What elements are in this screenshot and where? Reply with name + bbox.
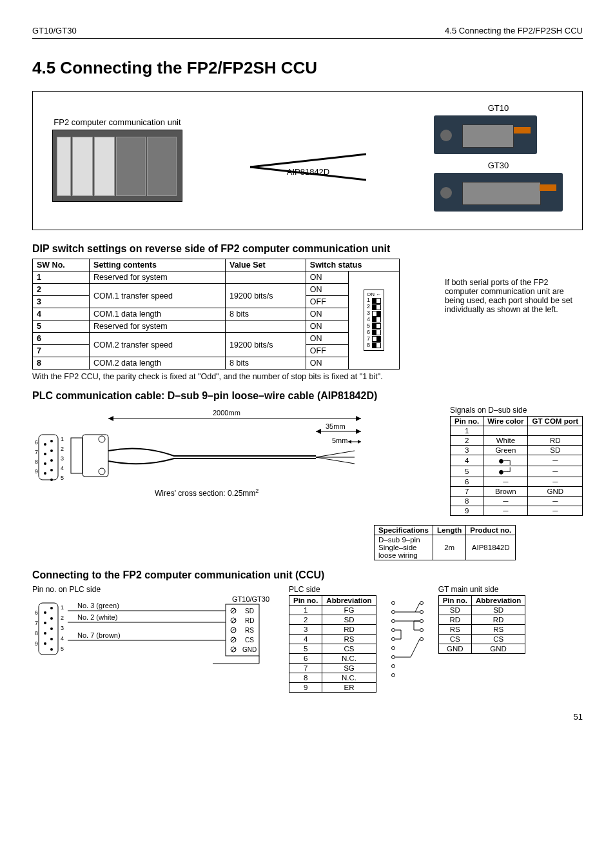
svg-point-93 — [420, 611, 423, 614]
dip-cell: Reserved for system — [90, 271, 226, 284]
table-row: 1FG — [289, 606, 376, 615]
plc-pin-label: Pin no. on PLC side — [32, 585, 277, 594]
header-right: 4.5 Connecting the FP2/FP2SH CCU — [445, 26, 583, 35]
svg-point-24 — [99, 468, 105, 475]
dip-cell: COM.1 data length — [90, 308, 226, 321]
svg-point-53 — [44, 622, 46, 624]
plc-side-table: Pin no.Abbreviation 1FG 2SD 3RD 4RS 5CS … — [289, 595, 376, 693]
svg-point-58 — [50, 638, 53, 640]
svg-line-82 — [231, 647, 235, 651]
gt-side-table: Pin no.Abbreviation SDSD RDRD RSRS CSCS … — [438, 595, 526, 654]
dip-cell: 4 — [37, 310, 41, 319]
svg-text:1: 1 — [61, 604, 64, 611]
svg-point-18 — [44, 472, 46, 475]
svg-point-51 — [44, 611, 46, 614]
dip-cell: 3 — [37, 297, 41, 306]
table-row: 7SG — [289, 664, 376, 673]
dip-cell: COM.2 data length — [90, 357, 226, 370]
dip-cell: 19200 bits/s — [226, 333, 306, 357]
svg-text:1: 1 — [61, 436, 64, 442]
svg-rect-21 — [71, 438, 83, 473]
table-row: 5CS — [289, 644, 376, 654]
svg-line-0 — [250, 154, 366, 167]
dip-cell: 2 — [37, 285, 41, 294]
svg-text:7: 7 — [35, 449, 38, 455]
svg-point-87 — [391, 638, 395, 641]
table-row: RDRD — [438, 615, 525, 625]
svg-point-16 — [44, 462, 46, 465]
svg-point-15 — [50, 449, 53, 452]
dip-cell: 8 bits — [226, 308, 306, 321]
table-row: GNDGND — [438, 644, 525, 654]
svg-point-52 — [50, 607, 53, 609]
dip-cell: OFF — [306, 296, 348, 308]
svg-line-27 — [316, 457, 355, 464]
dip-cell: 7 — [37, 346, 41, 355]
page-title: 4.5 Connecting the FP2/FP2SH CCU — [32, 58, 583, 78]
svg-text:2: 2 — [61, 615, 64, 621]
header-left: GT10/GT30 — [32, 26, 77, 35]
dip-col-swno: SW No. — [33, 259, 90, 271]
svg-point-14 — [44, 453, 46, 455]
table-row: 1 Reserved for system ON ON ← 1 2 3 4 5 … — [33, 271, 400, 284]
svg-text:5: 5 — [61, 646, 64, 652]
table-row: 1 — [450, 426, 582, 436]
svg-point-85 — [391, 620, 395, 623]
svg-point-12 — [44, 443, 46, 446]
plc-connection-drawing: 6 7 8 9 1 2 3 4 5 No. 3 (green) No. 2 (w… — [32, 597, 277, 667]
gt10-graphic — [434, 115, 537, 154]
dip-cell: ON — [306, 308, 348, 321]
table-row: 9ER — [289, 683, 376, 693]
svg-text:No. 2 (white): No. 2 (white) — [77, 613, 117, 621]
svg-text:8: 8 — [35, 630, 38, 636]
svg-text:5: 5 — [61, 475, 64, 481]
svg-point-88 — [391, 647, 395, 650]
svg-point-54 — [50, 617, 53, 620]
svg-point-96 — [420, 638, 423, 641]
svg-point-90 — [391, 665, 395, 668]
dip-cell: COM.1 transfer speed — [90, 284, 226, 308]
svg-point-91 — [391, 674, 395, 677]
svg-text:RS: RS — [245, 627, 254, 634]
svg-text:35mm: 35mm — [326, 422, 346, 430]
gt-side-title: GT main unit side — [438, 585, 526, 594]
svg-rect-2 — [39, 435, 58, 480]
table-row: 8 COM.2 data length 8 bits ON — [33, 357, 400, 370]
svg-marker-29 — [108, 416, 113, 421]
svg-point-89 — [391, 656, 395, 659]
table-row: 6── — [450, 477, 582, 487]
specs-header: Length — [433, 526, 465, 535]
svg-point-20 — [50, 478, 53, 481]
svg-line-74 — [231, 609, 235, 613]
dip-switch-table: SW No. Setting contents Value Set Switch… — [32, 259, 400, 370]
table-row: 2WhiteRD — [450, 436, 582, 446]
table-row: 6N.C. — [289, 654, 376, 664]
svg-point-55 — [44, 632, 46, 635]
specs-table: Specifications Length Product no. D–sub … — [374, 525, 516, 560]
dip-footnote: With the FP2 CCU, the parity check is fi… — [32, 372, 583, 381]
dip-cell: 6 — [37, 334, 41, 343]
table-row: 6 COM.2 transfer speed 19200 bits/s ON — [33, 333, 400, 345]
dip-col-value: Value Set — [226, 259, 306, 271]
dip-note: If both serial ports of the FP2 computer… — [445, 259, 580, 314]
dip-cell: 1 — [37, 273, 41, 282]
svg-point-57 — [44, 642, 46, 645]
svg-point-56 — [50, 627, 53, 630]
plc-side-title: PLC side — [289, 585, 376, 594]
svg-point-83 — [391, 602, 395, 605]
dip-heading: DIP switch settings on reverse side of F… — [32, 243, 583, 255]
svg-line-76 — [231, 618, 235, 622]
svg-text:No. 3 (green): No. 3 (green) — [77, 602, 119, 609]
dip-cell: 8 — [37, 359, 41, 368]
svg-point-59 — [50, 648, 53, 651]
gt30-label: GT30 — [434, 161, 563, 170]
dip-cell — [226, 271, 306, 284]
dip-cell: ON — [306, 333, 348, 345]
cable-drawing: 6 7 8 9 1 2 3 4 5 — [32, 406, 367, 502]
table-row: 9── — [450, 506, 582, 516]
table-row: 3GreenSD — [450, 446, 582, 455]
dip-cell: 19200 bits/s — [226, 284, 306, 308]
signals-table: Pin no. Wire color GT COM port 1 2WhiteR… — [450, 416, 583, 516]
svg-text:Wires' cross section: 0.25mm2: Wires' cross section: 0.25mm2 — [155, 488, 259, 498]
svg-marker-30 — [356, 416, 361, 421]
